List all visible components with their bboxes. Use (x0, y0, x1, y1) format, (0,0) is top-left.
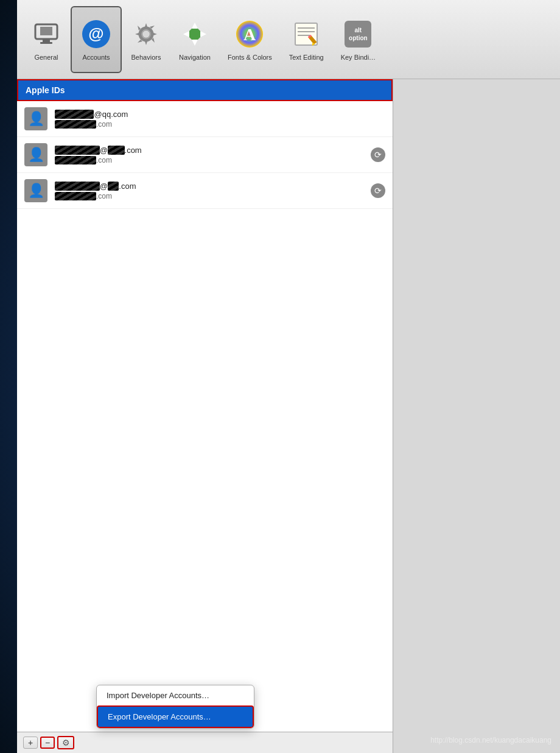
email-primary-3: ████████@██.com (55, 182, 363, 191)
redacted-sub-1: ████████ (55, 120, 96, 129)
toolbar-item-navigation[interactable]: Navigation (170, 6, 219, 73)
behaviors-label: Behaviors (131, 54, 161, 61)
svg-text:A: A (243, 25, 256, 44)
toolbar-item-accounts[interactable]: @ Accounts (71, 6, 122, 73)
bottom-toolbar: + − ⚙ (17, 732, 393, 753)
svg-rect-1 (40, 27, 52, 35)
badge-2: ⟳ (371, 147, 385, 162)
email-secondary-2: ████████.com (55, 156, 363, 164)
redacted-sub-3: ████████ (55, 192, 96, 200)
navigation-icon (179, 18, 211, 50)
svg-rect-3 (40, 42, 52, 44)
svg-marker-10 (183, 31, 189, 37)
context-menu: Import Developer Accounts… Export Develo… (96, 685, 254, 729)
at-symbol: @ (82, 20, 110, 48)
redacted-email-1: ███████ (55, 110, 94, 119)
url-text: http://blog.csdn.net/kuangdacaikuang (430, 736, 551, 744)
account-list: 👤 ███████@qq.com ████████.com 👤 (17, 101, 393, 732)
fonts-colors-label: Fonts & Colors (228, 54, 272, 61)
avatar-1: 👤 (24, 107, 47, 130)
fonts-icon: A (234, 18, 265, 50)
person-icon-1: 👤 (28, 111, 44, 127)
svg-marker-11 (200, 31, 206, 37)
account-item-2[interactable]: 👤 ████████@███.com ████████.com ⟳ (17, 137, 393, 173)
avatar-2: 👤 (24, 143, 47, 166)
toolbar-item-text-editing[interactable]: Text Editing (281, 6, 332, 73)
svg-point-6 (142, 30, 150, 38)
badge-3: ⟳ (371, 183, 385, 198)
navigation-label: Navigation (179, 54, 211, 61)
content-area: Apple IDs 👤 ███████@qq.com ████████.com (17, 79, 560, 753)
account-info-2: ████████@███.com ████████.com (55, 146, 363, 164)
toolbar-item-behaviors[interactable]: Behaviors (122, 6, 170, 73)
account-info-3: ████████@██.com ████████.com (55, 182, 363, 200)
toolbar-item-general[interactable]: General (22, 6, 71, 73)
key-bindings-label: Key Bindi… (341, 54, 376, 61)
accounts-label: Accounts (82, 54, 110, 61)
email-primary-2: ████████@███.com (55, 146, 363, 155)
right-panel (393, 79, 560, 753)
redacted-email-3: ████████ (55, 182, 100, 191)
account-item-1[interactable]: 👤 ███████@qq.com ████████.com (17, 101, 393, 137)
remove-account-button[interactable]: − (40, 737, 55, 749)
text-editing-icon (290, 18, 322, 50)
account-info-1: ███████@qq.com ████████.com (55, 110, 385, 129)
toolbar: General @ Accounts (17, 0, 560, 79)
gear-menu-button[interactable]: ⚙ (57, 736, 74, 749)
text-editing-label: Text Editing (289, 54, 324, 61)
svg-marker-8 (192, 23, 198, 29)
gear-icon (130, 18, 162, 50)
avatar-3: 👤 (24, 179, 47, 202)
email-primary-1: ███████@qq.com (55, 110, 385, 119)
svg-rect-2 (43, 39, 50, 42)
import-accounts-item[interactable]: Import Developer Accounts… (97, 685, 254, 705)
messenger-icon-3: ⟳ (374, 186, 382, 196)
key-bindings-icon: alt option (342, 18, 374, 50)
add-account-button[interactable]: + (23, 737, 38, 749)
apple-ids-title: Apple IDs (26, 85, 65, 95)
messenger-icon-2: ⟳ (374, 150, 382, 160)
left-panel: Apple IDs 👤 ███████@qq.com ████████.com (17, 79, 393, 753)
redacted-domain-2: ███ (108, 146, 125, 155)
display-icon (30, 18, 62, 50)
apple-ids-header: Apple IDs (17, 79, 393, 101)
account-item-3[interactable]: 👤 ████████@██.com ████████.com ⟳ (17, 173, 393, 209)
person-icon-3: 👤 (28, 183, 44, 199)
toolbar-item-key-bindings[interactable]: alt option Key Bindi… (332, 6, 384, 73)
redacted-email-2: ████████ (55, 146, 100, 155)
export-accounts-item[interactable]: Export Developer Accounts… (97, 705, 254, 728)
person-icon-2: 👤 (28, 147, 44, 163)
svg-marker-9 (192, 40, 198, 46)
redacted-sub-2: ████████ (55, 156, 96, 164)
app-window: General @ Accounts (17, 0, 560, 753)
email-secondary-3: ████████.com (55, 192, 363, 200)
toolbar-item-fonts-colors[interactable]: A Fonts & Colors (219, 6, 281, 73)
email-secondary-1: ████████.com (55, 120, 385, 129)
accounts-icon: @ (80, 18, 112, 50)
redacted-domain-3: ██ (108, 182, 119, 191)
general-label: General (34, 54, 58, 61)
